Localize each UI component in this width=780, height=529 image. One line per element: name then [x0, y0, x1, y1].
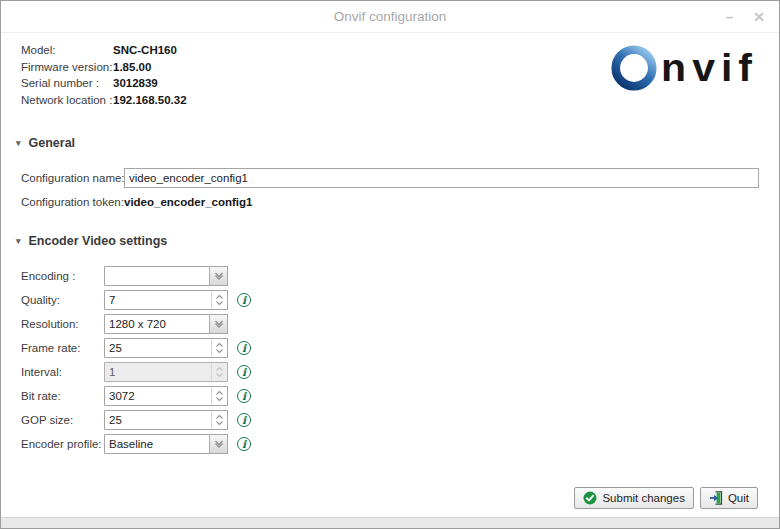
field-value: 25 — [105, 339, 211, 357]
info-icon[interactable]: i — [237, 293, 251, 307]
close-button[interactable]: ✕ — [753, 10, 765, 24]
field-bit-rate[interactable]: 3072 — [104, 386, 228, 406]
exit-door-icon — [709, 491, 723, 505]
section-header-encoder-video-settings[interactable]: ▾ Encoder Video settings — [16, 234, 167, 248]
check-circle-icon — [583, 491, 597, 505]
field-encoding[interactable] — [104, 266, 228, 286]
spinner-buttons[interactable] — [211, 339, 227, 357]
field-value: Baseline — [105, 435, 209, 453]
field-label: Interval: — [21, 366, 104, 378]
info-icon[interactable]: i — [237, 365, 251, 379]
field-value: 1280 x 720 — [105, 315, 209, 333]
dropdown-button[interactable] — [209, 435, 227, 453]
field-value: 7 — [105, 291, 211, 309]
onvif-configuration-window: { "window": { "title": "Onvif configurat… — [0, 0, 780, 529]
device-info-label: Model: — [21, 44, 113, 56]
form-row-resolution: Resolution: 1280 x 720 — [21, 312, 251, 336]
titlebar[interactable]: Onvif configuration – ✕ — [1, 1, 779, 33]
field-frame-rate[interactable]: 25 — [104, 338, 228, 358]
device-info-value: SNC-CH160 — [113, 44, 177, 56]
spin-up-icon[interactable] — [216, 295, 223, 299]
configuration-token-label: Configuration token: — [21, 196, 124, 208]
bottom-bar — [1, 517, 779, 528]
device-info: Model: SNC-CH160 Firmware version: 1.85.… — [21, 42, 187, 108]
onvif-wordmark: nvif — [661, 45, 758, 91]
device-info-value: 3012839 — [113, 77, 158, 89]
form-row-frame-rate: Frame rate: 25 i — [21, 336, 251, 360]
info-icon[interactable]: i — [237, 389, 251, 403]
spin-up-icon[interactable] — [216, 391, 223, 395]
field-value: 1 — [105, 363, 211, 381]
field-value — [105, 267, 209, 285]
form-row-interval: Interval: 1 i — [21, 360, 251, 384]
field-gop-size[interactable]: 25 — [104, 410, 228, 430]
section-header-general[interactable]: ▾ General — [16, 136, 75, 150]
field-label: Encoder profile: — [21, 438, 104, 450]
spin-up-icon[interactable] — [216, 343, 223, 347]
spin-up-icon[interactable] — [216, 367, 223, 371]
window-title: Onvif configuration — [1, 1, 779, 32]
field-encoder-profile[interactable]: Baseline — [104, 434, 228, 454]
onvif-logo: nvif — [610, 44, 758, 92]
spin-up-icon[interactable] — [216, 415, 223, 419]
chevron-down-icon — [214, 320, 224, 328]
device-info-row-model: Model: SNC-CH160 — [21, 42, 187, 59]
section-title-general: General — [29, 136, 76, 150]
field-label: Frame rate: — [21, 342, 104, 354]
quit-button[interactable]: Quit — [700, 487, 758, 509]
dropdown-button[interactable] — [209, 315, 227, 333]
configuration-name-input[interactable] — [124, 168, 759, 188]
section-title-encoder-video-settings: Encoder Video settings — [29, 234, 168, 248]
info-icon[interactable]: i — [237, 413, 251, 427]
device-info-row-firmware-version: Firmware version: 1.85.00 — [21, 59, 187, 76]
field-quality[interactable]: 7 — [104, 290, 228, 310]
device-info-value: 192.168.50.32 — [113, 94, 187, 106]
chevron-down-icon — [214, 272, 224, 280]
quit-label: Quit — [728, 492, 749, 504]
field-value: 25 — [105, 411, 211, 429]
submit-changes-button[interactable]: Submit changes — [574, 487, 693, 509]
form-row-quality: Quality: 7 i — [21, 288, 251, 312]
info-icon[interactable]: i — [237, 437, 251, 451]
field-label: Resolution: — [21, 318, 104, 330]
spin-down-icon[interactable] — [216, 397, 223, 401]
chevron-down-icon — [214, 440, 224, 448]
minimize-button[interactable]: – — [725, 10, 733, 24]
field-resolution[interactable]: 1280 x 720 — [104, 314, 228, 334]
window-controls: – ✕ — [725, 1, 765, 32]
device-info-label: Firmware version: — [21, 61, 113, 73]
onvif-ring-icon — [610, 44, 658, 92]
device-info-label: Serial number : — [21, 77, 113, 89]
field-label: GOP size: — [21, 414, 104, 426]
encoder-fields: Encoding : Quality: 7 i Resolution: — [21, 264, 251, 456]
form-row-encoding: Encoding : — [21, 264, 251, 288]
configuration-token-value: video_encoder_config1 — [124, 196, 252, 208]
collapse-arrow-icon: ▾ — [16, 139, 21, 148]
device-info-label: Network location : — [21, 94, 113, 106]
device-info-row-network-location: Network location : 192.168.50.32 — [21, 92, 187, 109]
spin-down-icon[interactable] — [216, 421, 223, 425]
spinner-buttons[interactable] — [211, 291, 227, 309]
field-value: 3072 — [105, 387, 211, 405]
spin-down-icon[interactable] — [216, 349, 223, 353]
spinner-buttons[interactable] — [211, 411, 227, 429]
field-interval[interactable]: 1 — [104, 362, 228, 382]
spin-down-icon[interactable] — [216, 301, 223, 305]
field-label: Quality: — [21, 294, 104, 306]
form-row-encoder-profile: Encoder profile: Baseline i — [21, 432, 251, 456]
configuration-name-label: Configuration name: — [21, 172, 125, 184]
collapse-arrow-icon: ▾ — [16, 237, 21, 246]
spinner-buttons[interactable] — [211, 387, 227, 405]
action-buttons: Submit changes Quit — [574, 487, 758, 509]
submit-changes-label: Submit changes — [602, 492, 684, 504]
device-info-row-serial-number: Serial number : 3012839 — [21, 75, 187, 92]
field-label: Encoding : — [21, 270, 104, 282]
spinner-buttons[interactable] — [211, 363, 227, 381]
spin-down-icon[interactable] — [216, 373, 223, 377]
dropdown-button[interactable] — [209, 267, 227, 285]
form-row-bit-rate: Bit rate: 3072 i — [21, 384, 251, 408]
field-label: Bit rate: — [21, 390, 104, 402]
info-icon[interactable]: i — [237, 341, 251, 355]
device-info-value: 1.85.00 — [113, 61, 151, 73]
form-row-gop-size: GOP size: 25 i — [21, 408, 251, 432]
